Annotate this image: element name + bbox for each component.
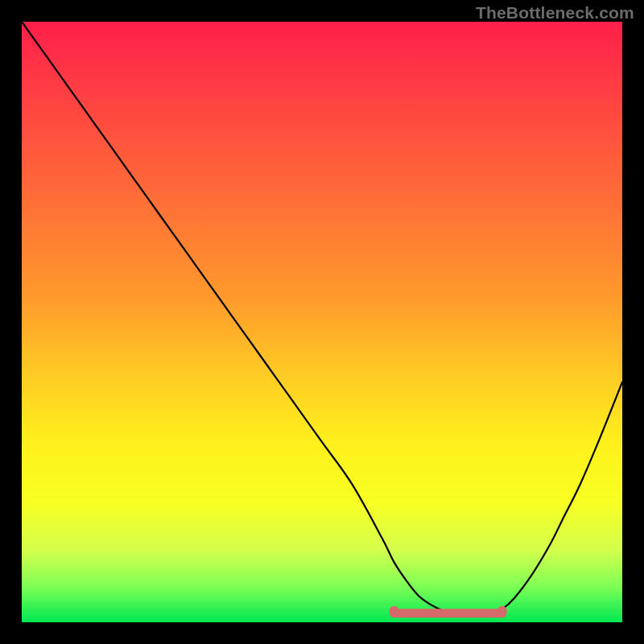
- optimum-band-endpoint-right: [497, 606, 507, 616]
- plot-area: [22, 22, 622, 622]
- bottleneck-curve: [22, 22, 622, 622]
- watermark-label: TheBottleneck.com: [476, 3, 634, 23]
- chart-stage: TheBottleneck.com: [0, 0, 644, 644]
- optimum-band-endpoint-left: [390, 606, 399, 616]
- curve-path: [22, 22, 622, 617]
